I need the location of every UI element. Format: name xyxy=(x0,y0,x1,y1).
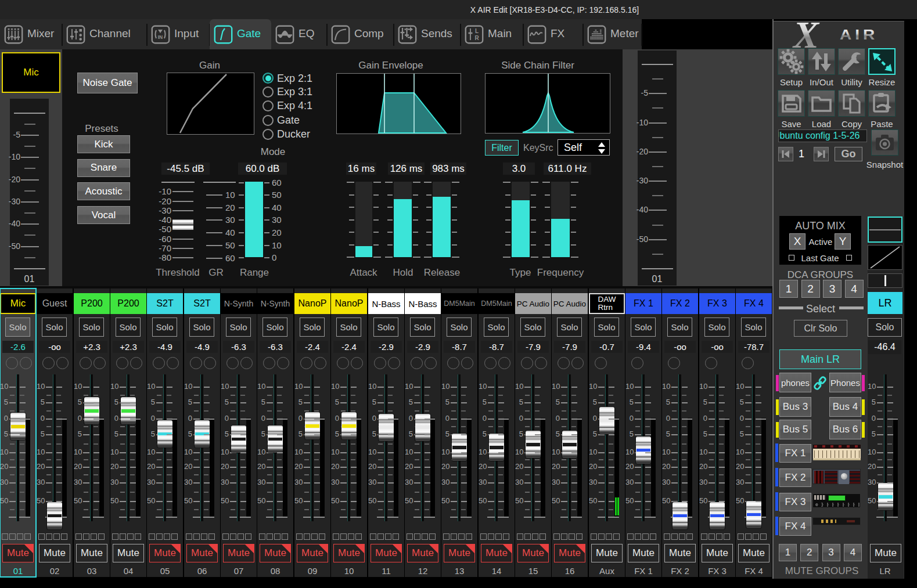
svg-text:R: R xyxy=(474,35,479,41)
svg-text:L: L xyxy=(475,28,479,34)
svg-text:IN: IN xyxy=(158,34,163,40)
svg-text:AIR: AIR xyxy=(840,27,878,42)
